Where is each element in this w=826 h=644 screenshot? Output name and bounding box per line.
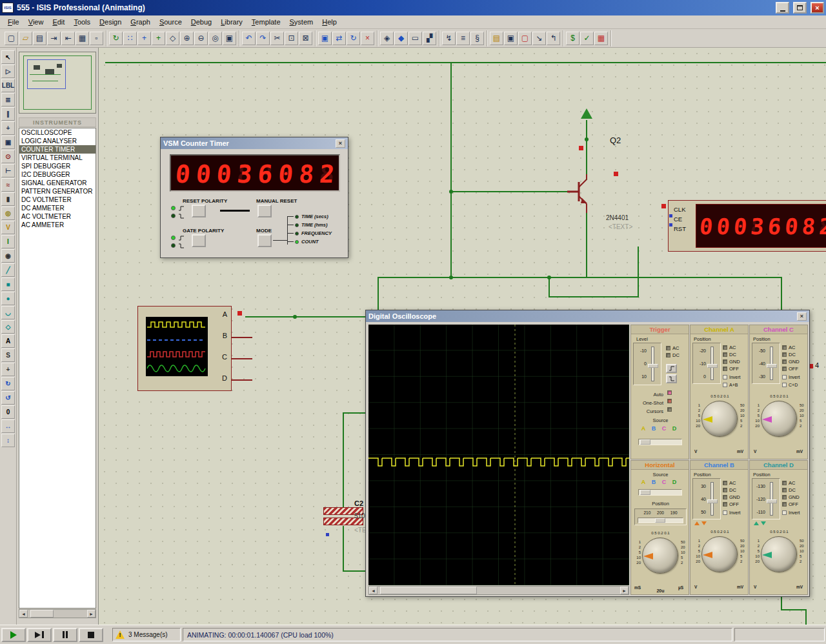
2d-box-mode[interactable]: ■ — [1, 277, 15, 291]
scroll-thumb[interactable] — [30, 610, 54, 618]
bill-of-materials[interactable]: $ — [566, 32, 579, 45]
zoom-all[interactable]: ◎ — [208, 32, 222, 45]
instrument-item[interactable]: OSCILLOSCOPE — [19, 128, 96, 137]
print[interactable]: ▦ — [76, 32, 89, 45]
scroll-thumb[interactable] — [380, 587, 477, 594]
falling-edge-button[interactable] — [666, 374, 677, 383]
channel-b-coupling[interactable]: AC DC GND OFF — [723, 479, 740, 508]
pick-device[interactable]: ◈ — [380, 32, 394, 45]
instrument-item[interactable]: COUNTER TIMER — [19, 145, 96, 154]
false-origin[interactable]: + — [137, 32, 151, 45]
instrument-item[interactable]: I2C DEBUGGER — [19, 170, 96, 179]
auto-indicator[interactable] — [667, 390, 672, 395]
import-section[interactable]: ⇥ — [47, 32, 61, 45]
slider-thumb[interactable] — [655, 518, 665, 523]
exit-to-parent[interactable]: ↰ — [547, 32, 560, 45]
2d-arc-mode[interactable]: ◡ — [1, 306, 15, 319]
block-delete[interactable]: × — [361, 32, 374, 45]
source-channel[interactable]: B — [650, 425, 657, 432]
menu-item[interactable]: System — [285, 17, 318, 27]
close-button[interactable]: × — [811, 2, 824, 14]
channel-a-position-slider[interactable]: -20 -10 0 — [692, 343, 721, 384]
nudge-up-icon[interactable] — [754, 521, 759, 525]
design-explorer[interactable]: ▤ — [490, 32, 503, 45]
channel-a-sum[interactable]: A+B — [723, 383, 738, 387]
reset-polarity-button[interactable] — [192, 205, 206, 217]
oscilloscope-window[interactable]: Digital Oscilloscope × ◄ ► Trigger Level — [365, 310, 810, 597]
trigger-source-slider[interactable] — [638, 439, 682, 445]
source-channel[interactable]: A — [640, 479, 647, 485]
channel-b-invert[interactable]: Invert — [723, 510, 741, 515]
property-assignment[interactable]: § — [470, 32, 484, 45]
x-cursor[interactable]: + — [152, 32, 165, 45]
counter-timer-window[interactable]: VSM Counter Timer × 88888888 00036082 RE… — [160, 137, 348, 258]
manual-reset-button[interactable] — [257, 205, 272, 217]
gate-polarity-button[interactable] — [192, 234, 206, 247]
slider-thumb[interactable] — [640, 490, 650, 495]
instrument-item[interactable]: VIRTUAL TERMINAL — [19, 154, 96, 162]
menu-item[interactable]: Design — [95, 17, 126, 27]
mode-option[interactable]: FREQUENCY — [295, 229, 332, 237]
packaging-tool[interactable]: ▭ — [408, 32, 422, 45]
slider-thumb[interactable] — [640, 439, 650, 445]
channel-d-invert[interactable]: Invert — [782, 510, 800, 515]
trigger-level-slider[interactable]: -10 0 10 — [633, 343, 661, 385]
menu-item[interactable]: File — [3, 17, 24, 27]
transistor-q2[interactable] — [567, 174, 597, 213]
ac-indicator[interactable] — [666, 346, 670, 350]
channel-c-coupling[interactable]: AC DC GND OFF — [782, 344, 800, 372]
mode-button[interactable] — [257, 234, 272, 247]
counter-timer-close-button[interactable]: × — [336, 139, 345, 148]
instrument-item[interactable]: AC AMMETER — [19, 221, 96, 229]
source-channel[interactable]: C — [661, 479, 667, 485]
instrument-item[interactable]: DC VOLTMETER — [19, 196, 96, 204]
redraw[interactable]: ↻ — [109, 32, 123, 45]
channel-d-coupling[interactable]: AC DC GND OFF — [782, 479, 800, 508]
scroll-left-button[interactable]: ◄ — [369, 587, 378, 594]
zoom-out[interactable]: ⊖ — [194, 32, 208, 45]
channel-c-gain-knob[interactable] — [761, 401, 797, 437]
2d-text-mode[interactable]: A — [1, 334, 15, 348]
instrument-item[interactable]: PATTERN GENERATOR — [19, 187, 96, 196]
bus-mode[interactable]: ∥ — [1, 107, 15, 121]
goto-sheet[interactable]: ↘ — [532, 32, 546, 45]
channel-b-gain-knob[interactable] — [701, 536, 738, 572]
mirror-vertical[interactable]: ↕ — [1, 434, 15, 447]
horizontal-source-select[interactable]: ABCD — [640, 479, 678, 485]
channel-c-invert[interactable]: Invert — [782, 375, 800, 379]
overview-minimap[interactable] — [19, 52, 96, 114]
rotate-anticlockwise[interactable]: ↺ — [1, 391, 15, 405]
slider-thumb[interactable] — [767, 364, 777, 368]
2d-marker-mode[interactable]: + — [1, 363, 15, 376]
mode-option[interactable]: TIME (hms) — [295, 221, 332, 229]
slider-thumb[interactable] — [707, 364, 718, 368]
netlist-to-ares[interactable]: ▦ — [594, 32, 608, 45]
copy[interactable]: ⊡ — [285, 32, 298, 45]
cut[interactable]: ✂ — [270, 32, 284, 45]
voltage-probe-mode[interactable]: V — [1, 221, 15, 234]
slider-thumb[interactable] — [648, 364, 658, 368]
counter-display-component[interactable]: CLKCERST 88888888 00036082 — [668, 200, 826, 252]
slider-thumb[interactable] — [707, 499, 718, 503]
horizontal-position-slider[interactable]: 210 200 190 — [634, 508, 687, 525]
channel-d-gain-knob[interactable] — [761, 536, 797, 572]
graph-mode[interactable]: ≈ — [1, 178, 15, 192]
source-channel[interactable]: D — [671, 479, 678, 485]
redo[interactable]: ↷ — [256, 32, 270, 45]
channel-b-position-slider[interactable]: 30 40 50 — [692, 478, 721, 519]
power-terminal[interactable] — [581, 108, 592, 119]
text-script-mode[interactable]: ≣ — [1, 93, 15, 106]
search-tag[interactable]: ≡ — [456, 32, 470, 45]
decompose[interactable]: ▞ — [423, 32, 436, 45]
invert-checkbox[interactable] — [723, 510, 727, 515]
channel-a-gain-knob[interactable] — [701, 401, 738, 437]
oscilloscope-close-button[interactable]: × — [797, 312, 807, 321]
instrument-item[interactable]: AC VOLTMETER — [19, 212, 96, 221]
pattern-source-component[interactable]: ABCD — [137, 306, 232, 391]
undo[interactable]: ↶ — [242, 32, 256, 45]
trigger-coupling[interactable]: AC DC — [666, 345, 680, 359]
paste[interactable]: ⊠ — [299, 32, 312, 45]
trigger-source-select[interactable]: ABCD — [640, 425, 678, 432]
junction-mode[interactable]: + — [1, 121, 15, 135]
maximize-button[interactable] — [793, 2, 807, 14]
